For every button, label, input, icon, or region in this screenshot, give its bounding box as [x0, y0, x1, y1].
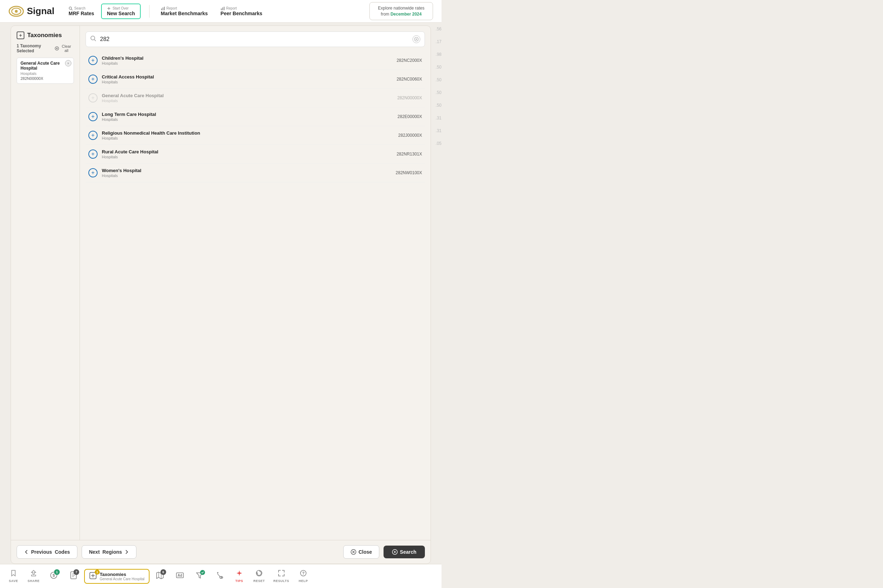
result-critical-code: 282NC0060X [396, 76, 422, 82]
plus-icon [107, 6, 111, 10]
add-childrens-button[interactable]: + [89, 56, 98, 65]
search-clear-button[interactable] [413, 35, 420, 43]
add-religious-button[interactable]: + [89, 131, 98, 140]
toolbar-reset[interactable]: RESET [250, 567, 269, 585]
toolbar-doc[interactable]: 7 [65, 569, 83, 583]
result-item-longterm: + Long Term Care Hospital Hospitals 282E… [86, 107, 425, 126]
logo-icon [9, 5, 24, 18]
expand-icon [278, 570, 285, 577]
result-item-childrens: + Children's Hospital Hospitals 282NC200… [86, 51, 425, 70]
result-womens-info: Women's Hospital Hospitals [102, 168, 391, 178]
left-panel: + Taxonomies 1 Taxonomy Selected Clear a… [11, 26, 80, 540]
taxonomy-search-input[interactable] [100, 36, 409, 42]
logo: Signal [9, 5, 54, 18]
toolbar-taxonomies-active[interactable]: 1 Taxonomies General Acute Care Hospital [84, 569, 150, 584]
result-item-general: + General Acute Care Hospital Hospitals … [86, 89, 425, 107]
chart-icon-2 [221, 6, 225, 10]
next-arrow-icon [124, 549, 129, 554]
prev-arrow-icon [24, 549, 29, 554]
toolbar-ad[interactable]: Ad [171, 569, 189, 583]
selected-item-name: General Acute Care Hospital [21, 61, 70, 70]
toolbar-share[interactable]: SHARE [24, 567, 43, 585]
clear-x-icon [414, 37, 419, 41]
nav-item-new-search-label: Start Over [107, 6, 129, 10]
main-area: .56 .17 .98 .50 .50 .50 .50 .31 .31 .05 … [0, 22, 442, 588]
selected-count: 1 Taxonomy Selected [17, 44, 53, 53]
nav-item-mrf-rates[interactable]: Search MRF Rates [63, 3, 100, 19]
toolbar-map[interactable]: 6 [151, 569, 169, 583]
result-religious-info: Religious Nonmedical Health Care Institu… [102, 130, 394, 140]
result-childrens-info: Children's Hospital Hospitals [102, 56, 392, 65]
next-regions-button[interactable]: Next Regions [82, 545, 137, 559]
toolbar-results[interactable]: RESULTS [270, 567, 293, 585]
result-longterm-code: 282E00000X [398, 114, 422, 119]
result-rural-category: Hospitals [102, 155, 392, 159]
taxonomies-modal: + Taxonomies 1 Taxonomy Selected Clear a… [11, 26, 431, 564]
dollar-badge: 1 [54, 569, 60, 575]
taxonomy-toolbar-title: Taxonomies [100, 572, 144, 577]
search-button[interactable]: Search [383, 546, 425, 558]
ad-box-icon: Ad [176, 572, 184, 579]
filter-check-badge [200, 570, 205, 575]
panel-title: Taxonomies [27, 32, 62, 39]
add-longterm-button[interactable]: + [89, 112, 98, 121]
nav-item-peer-benchmarks[interactable]: Report Peer Benchmarks [215, 3, 268, 19]
map-badge-wrap: 6 [156, 572, 164, 581]
nav-group-reports: Report Market Benchmarks Report Peer Ben… [155, 3, 268, 19]
share-arrow-icon [30, 570, 37, 577]
toolbar-help[interactable]: ? HELP [294, 567, 312, 585]
add-critical-button[interactable]: + [89, 75, 98, 84]
add-womens-button[interactable]: + [89, 168, 98, 177]
svg-line-4 [71, 9, 72, 10]
svg-point-3 [69, 7, 72, 9]
panel-icon: + [17, 32, 24, 39]
result-general-category: Hospitals [102, 99, 393, 103]
result-rural-info: Rural Acute Care Hospital Hospitals [102, 149, 392, 159]
result-critical-info: Critical Access Hospital Hospitals [102, 74, 392, 84]
nav-item-new-search[interactable]: Start Over New Search [101, 3, 140, 19]
clear-all-button[interactable]: Clear all [53, 44, 74, 53]
svg-point-16 [91, 36, 95, 40]
previous-codes-button[interactable]: Previous Codes [17, 545, 77, 559]
modal-body: + Taxonomies 1 Taxonomy Selected Clear a… [11, 26, 431, 540]
taxonomy-toolbar-text: Taxonomies General Acute Care Hospital [100, 572, 144, 581]
selected-item-category: Hospitals [21, 71, 70, 76]
nav-item-market-benchmarks[interactable]: Report Market Benchmarks [155, 3, 213, 19]
selected-header: 1 Taxonomy Selected Clear all [17, 44, 74, 53]
remove-selected-button[interactable]: × [65, 60, 71, 66]
result-general-name: General Acute Care Hospital [102, 93, 393, 98]
result-religious-name: Religious Nonmedical Health Care Institu… [102, 130, 394, 136]
toolbar-save[interactable]: SAVE [4, 567, 23, 585]
taxonomy-toolbar-sub: General Acute Care Hospital [100, 577, 144, 581]
logo-text: Signal [27, 6, 54, 16]
close-button[interactable]: Close [343, 545, 379, 559]
result-critical-category: Hospitals [102, 80, 392, 84]
search-circle-icon [392, 549, 398, 555]
selected-taxonomy-item: General Acute Care Hospital Hospitals 28… [17, 58, 74, 84]
add-rural-button[interactable]: + [89, 150, 98, 159]
svg-point-2 [15, 10, 18, 13]
nav-divider-1 [149, 5, 150, 18]
svg-rect-11 [222, 8, 223, 10]
toolbar-stethoscope[interactable] [210, 569, 229, 583]
doc-badge-wrap: 7 [70, 572, 77, 581]
result-longterm-info: Long Term Care Hospital Hospitals [102, 112, 393, 122]
svg-rect-12 [224, 7, 224, 10]
result-religious-code: 282J00000X [398, 133, 422, 138]
toolbar-dollar[interactable]: $ 1 [45, 569, 63, 583]
result-childrens-code: 282NC2000X [396, 58, 422, 63]
nav-item-mrf-label: Search [69, 6, 86, 10]
toolbar-tips[interactable]: TIPS [230, 567, 248, 585]
toolbar-filter[interactable] [191, 569, 209, 583]
taxonomy-badge: 1 [95, 570, 100, 574]
svg-line-17 [95, 40, 96, 41]
reset-icon [255, 570, 263, 579]
ad-icon: Ad [176, 572, 184, 581]
help-circle-icon: ? [300, 570, 307, 577]
explore-box[interactable]: Explore nationwide rates from December 2… [369, 2, 433, 21]
header: Signal Search MRF Rates Start Over New S… [0, 0, 442, 22]
result-religious-category: Hospitals [102, 136, 394, 140]
help-label: HELP [299, 579, 308, 583]
search-bar-icon [90, 35, 96, 43]
search-icon [69, 6, 73, 10]
